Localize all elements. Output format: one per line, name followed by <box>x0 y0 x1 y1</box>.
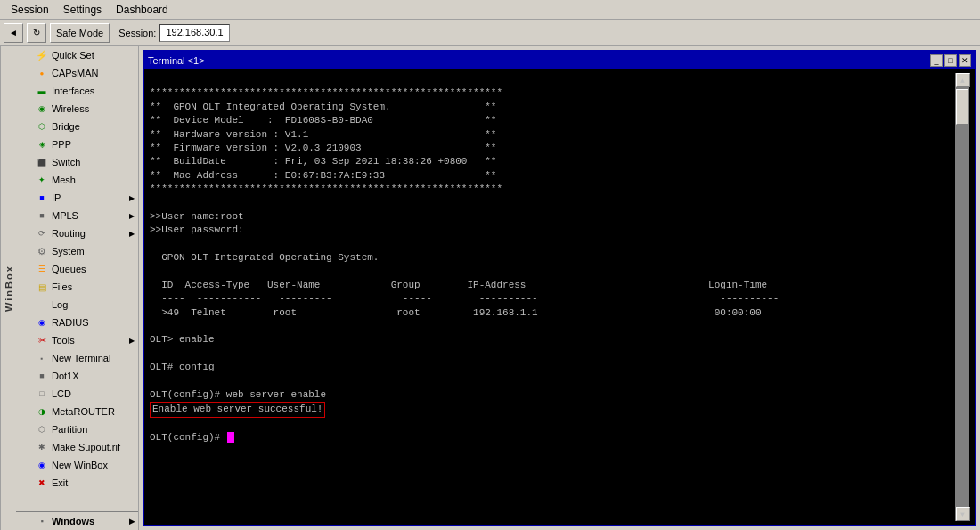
scroll-track[interactable] <box>956 87 969 507</box>
ip-arrow-icon: ▶ <box>129 194 135 202</box>
sidebar-item-make-supout[interactable]: ✱ Make Supout.rif <box>16 438 138 456</box>
scroll-down-button[interactable]: ▼ <box>956 507 970 521</box>
sidebar-item-radius[interactable]: ◉ RADIUS <box>16 314 138 331</box>
make-supout-icon: ✱ <box>36 441 48 453</box>
sidebar-item-capsman[interactable]: ● CAPsMAN <box>16 64 138 82</box>
terminal-content[interactable]: ****************************************… <box>150 73 955 521</box>
sidebar-label-lcd: LCD <box>52 388 71 399</box>
metarouter-icon: ◑ <box>36 405 48 418</box>
content-area: Terminal <1> _ □ ✕ *********************… <box>139 46 980 530</box>
terminal-user-name: >>User name:root <box>150 211 244 222</box>
terminal-line-6: ** BuildDate : Fri, 03 Sep 2021 18:38:26… <box>150 156 496 167</box>
sidebar-item-dot1x[interactable]: ■ Dot1X <box>16 367 138 385</box>
mpls-arrow-icon: ▶ <box>129 212 135 220</box>
sidebar-item-interfaces[interactable]: ▬ Interfaces <box>16 82 138 100</box>
success-message: Enable web server successful! <box>150 402 325 417</box>
sidebar-item-switch[interactable]: ⬛ Switch <box>16 153 138 171</box>
terminal-line-8: ****************************************… <box>150 183 502 194</box>
sidebar-item-files[interactable]: ▤ Files <box>16 278 138 296</box>
radius-icon: ◉ <box>36 316 48 329</box>
sidebar-item-mpls[interactable]: ■ MPLS ▶ <box>16 207 138 224</box>
sidebar-label-partition: Partition <box>52 424 87 435</box>
mpls-icon: ■ <box>36 209 48 222</box>
quick-set-icon: ⚡ <box>36 49 48 61</box>
sidebar-label-mesh: Mesh <box>52 175 76 185</box>
sidebar-label-tools: Tools <box>52 335 75 346</box>
terminal-table-row: >49 Telnet root root 192.168.1.1 00:00:0… <box>150 307 762 318</box>
winbox-label: WinBox <box>0 46 16 530</box>
lcd-icon: □ <box>36 387 48 400</box>
terminal-gpon-label: GPON OLT Integrated Operating System. <box>150 252 379 263</box>
menu-session[interactable]: Session <box>4 2 56 18</box>
safe-mode-button[interactable]: Safe Mode <box>50 23 110 43</box>
windows-icon: ▪ <box>36 515 48 527</box>
sidebar-label-files: Files <box>52 281 72 292</box>
terminal-line-3: ** Device Model : FD1608S-B0-BDA0 ** <box>150 115 496 126</box>
terminal-table-divider: ---- ----------- --------- ----- -------… <box>150 293 779 304</box>
terminal-table-header: ID Access-Type User-Name Group IP-Addres… <box>150 280 767 290</box>
terminal-body: ****************************************… <box>144 69 975 525</box>
sidebar-item-quick-set[interactable]: ⚡ Quick Set <box>16 46 138 64</box>
terminal-title: Terminal <1> <box>148 55 205 66</box>
sidebar-item-windows[interactable]: ▪ Windows ▶ <box>16 512 138 530</box>
switch-icon: ⬛ <box>36 156 48 168</box>
sidebar-label-interfaces: Interfaces <box>52 86 94 96</box>
sidebar-label-ip: IP <box>52 192 61 203</box>
terminal-line-2: ** GPON OLT Integrated Operating System.… <box>150 102 496 112</box>
sidebar-label-routing: Routing <box>52 228 86 239</box>
terminal-user-pass: >>User password: <box>150 224 244 235</box>
menu-dashboard[interactable]: Dashboard <box>109 2 176 18</box>
ppp-icon: ◈ <box>36 138 48 151</box>
sidebar-label-make-supout: Make Supout.rif <box>52 442 120 453</box>
sidebar-item-new-terminal[interactable]: ▪ New Terminal <box>16 349 138 367</box>
terminal-minimize-button[interactable]: _ <box>930 54 943 67</box>
sidebar-label-bridge: Bridge <box>52 121 80 132</box>
bridge-icon: ⬡ <box>36 120 48 133</box>
sidebar-item-partition[interactable]: ⬡ Partition <box>16 420 138 438</box>
refresh-button[interactable]: ↻ <box>27 23 46 43</box>
terminal-close-button[interactable]: ✕ <box>959 54 971 67</box>
sidebar-item-ip[interactable]: ■ IP ▶ <box>16 189 138 207</box>
sidebar-item-system[interactable]: ⚙ System <box>16 242 138 260</box>
terminal-titlebar: Terminal <1> _ □ ✕ <box>144 52 975 69</box>
sidebar-item-queues[interactable]: ☰ Queues <box>16 260 138 278</box>
sidebar-item-wireless[interactable]: ◉ Wireless <box>16 100 138 118</box>
sidebar-label-capsman: CAPsMAN <box>52 68 99 78</box>
sidebar-item-metarouter[interactable]: ◑ MetaROUTER <box>16 403 138 420</box>
sidebar-item-lcd[interactable]: □ LCD <box>16 385 138 403</box>
terminal-line-5: ** Firmware version : V2.0.3_210903 ** <box>150 143 496 153</box>
menu-settings[interactable]: Settings <box>56 2 109 18</box>
sidebar: ⚡ Quick Set ● CAPsMAN ▬ Interfaces ◉ Wir… <box>16 46 139 530</box>
sidebar-item-exit[interactable]: ✖ Exit <box>16 474 138 492</box>
sidebar-label-log: Log <box>52 299 68 310</box>
sidebar-item-routing[interactable]: ⟳ Routing ▶ <box>16 224 138 242</box>
system-icon: ⚙ <box>36 245 48 257</box>
sidebar-item-ppp[interactable]: ◈ PPP <box>16 135 138 153</box>
sidebar-item-log[interactable]: — Log <box>16 296 138 314</box>
terminal-web-server-cmd: OLT(config)# web server enable <box>150 389 326 400</box>
wireless-icon: ◉ <box>36 102 48 115</box>
terminal-line-7: ** Mac Address : E0:67:B3:7A:E9:33 ** <box>150 170 496 181</box>
terminal-maximize-button[interactable]: □ <box>944 54 957 67</box>
sidebar-label-radius: RADIUS <box>52 317 89 328</box>
back-button[interactable]: ◄ <box>4 23 23 43</box>
scroll-up-button[interactable]: ▲ <box>956 73 970 87</box>
routing-icon: ⟳ <box>36 227 48 240</box>
sidebar-item-bridge[interactable]: ⬡ Bridge <box>16 118 138 135</box>
sidebar-item-tools[interactable]: ✂ Tools ▶ <box>16 331 138 349</box>
windows-arrow-icon: ▶ <box>129 518 135 526</box>
sidebar-label-new-winbox: New WinBox <box>52 460 108 470</box>
interfaces-icon: ▬ <box>36 85 48 97</box>
exit-icon: ✖ <box>36 477 48 489</box>
sidebar-item-mesh[interactable]: ✦ Mesh <box>16 171 138 189</box>
scroll-thumb[interactable] <box>956 89 968 125</box>
terminal-enable-cmd: OLT> enable <box>150 334 215 345</box>
new-winbox-icon: ◉ <box>36 459 48 471</box>
terminal-controls: _ □ ✕ <box>930 54 971 67</box>
terminal-config-cmd: OLT# config <box>150 362 215 372</box>
terminal-window: Terminal <1> _ □ ✕ *********************… <box>143 50 976 526</box>
sidebar-label-new-terminal: New Terminal <box>52 353 110 363</box>
dot1x-icon: ■ <box>36 370 48 382</box>
sidebar-item-new-winbox[interactable]: ◉ New WinBox <box>16 456 138 474</box>
sidebar-label-dot1x: Dot1X <box>52 371 79 381</box>
